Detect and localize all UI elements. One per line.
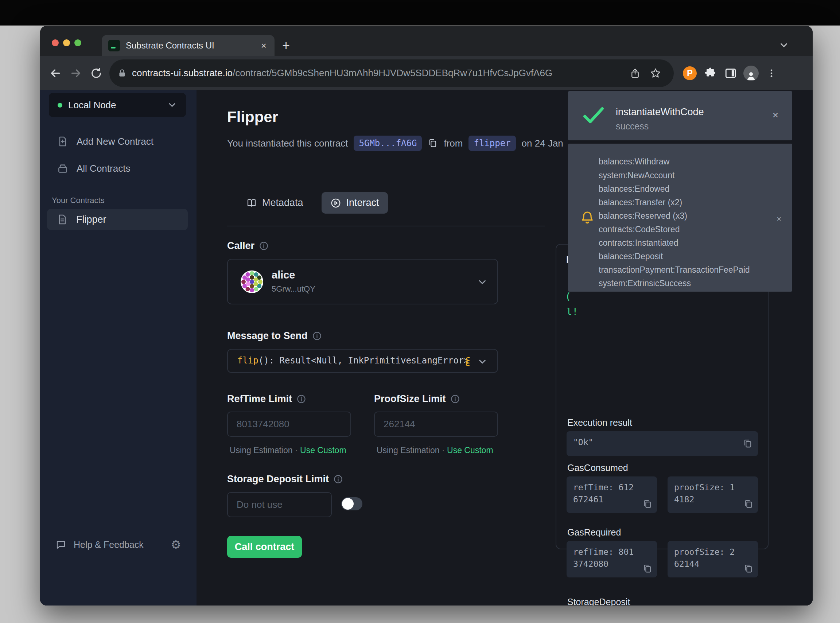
traffic-light-close[interactable] [52, 39, 59, 46]
gas-consumed-proofsize-box: proofSize: 14182 [668, 476, 758, 513]
copy-icon[interactable] [743, 439, 753, 449]
sidebar-footer: Help & Feedback ⚙ [49, 538, 188, 552]
reftime-estimation-line: Using Estimation · Use Custom [230, 445, 346, 455]
storage-deposit-result-label: StorageDeposit [567, 597, 630, 606]
back-button[interactable] [45, 63, 66, 83]
gas-required-proofsize: proofSize: 262144 [674, 547, 735, 569]
copy-icon[interactable] [743, 499, 754, 509]
copy-icon[interactable] [428, 138, 438, 148]
gas-required-reftime-box: refTime: 8013742080 [567, 541, 657, 577]
play-circle-icon [330, 198, 341, 209]
forward-button[interactable] [66, 63, 86, 83]
your-contracts-heading: Your Contracts [52, 196, 104, 205]
sidebar-item-label: All Contracts [77, 163, 130, 174]
use-custom-link[interactable]: Use Custom [447, 445, 493, 455]
profile-avatar[interactable] [741, 63, 761, 83]
reload-button[interactable] [86, 63, 106, 83]
storage-deposit-input[interactable] [227, 492, 332, 517]
browser-tab[interactable]: Substrate Contracts UI × [102, 35, 275, 56]
event-item: system:NewAccount [599, 170, 674, 180]
new-tab-button[interactable]: + [282, 40, 290, 51]
caller-name: alice [272, 269, 295, 281]
share-icon[interactable] [625, 63, 645, 83]
tab-interact[interactable]: Interact [322, 192, 388, 213]
event-item: system:ExtrinsicSuccess [599, 279, 691, 288]
events-notification: balances:Withdraw system:NewAccount bala… [568, 144, 792, 292]
copy-icon[interactable] [743, 563, 754, 574]
desktop-top-band [0, 0, 840, 26]
info-icon[interactable] [259, 241, 269, 251]
code-bundle-badge[interactable]: flipper [468, 136, 516, 151]
polkadot-extension-icon[interactable]: P [680, 63, 700, 83]
chevron-down-icon [477, 356, 488, 367]
main-content: Flipper You instantiated this contract 5… [197, 90, 813, 606]
message-label: Message to Send [227, 330, 308, 342]
info-icon[interactable] [312, 331, 322, 341]
event-item: transactionPayment:TransactionFeePaid [599, 265, 750, 275]
notification-close-icon[interactable]: × [772, 110, 779, 120]
tab-interact-label: Interact [346, 197, 379, 209]
chevron-down-icon [167, 100, 177, 110]
execution-result-label: Execution result [567, 417, 632, 428]
caller-label: Caller [227, 240, 255, 252]
alice-identicon [241, 270, 263, 293]
settings-gear-icon[interactable]: ⚙ [170, 538, 181, 552]
proofsize-input[interactable] [374, 411, 498, 437]
events-close-icon[interactable]: × [777, 215, 781, 223]
tab-metadata[interactable]: Metadata [237, 192, 312, 213]
caller-select[interactable]: alice 5Grw...utQY [227, 259, 498, 304]
mutates-icon [463, 356, 471, 367]
side-panel-icon[interactable] [720, 63, 741, 83]
reftime-input[interactable] [227, 411, 351, 437]
use-custom-link[interactable]: Use Custom [300, 445, 346, 455]
storage-deposit-toggle[interactable] [341, 497, 362, 510]
event-item: balances:Deposit [599, 252, 663, 261]
message-signature: flip(): Result<Null, InkPrimitivesLangEr… [237, 355, 469, 366]
browser-menu-icon[interactable] [761, 63, 782, 83]
proofsize-estimation-line: Using Estimation · Use Custom [376, 445, 493, 455]
browser-window: Substrate Contracts UI × + contracts-ui.… [40, 26, 813, 606]
event-item: balances:Endowed [599, 184, 670, 194]
notification-status: success [616, 121, 649, 132]
reftime-label-row: RefTime Limit [227, 393, 306, 405]
info-icon[interactable] [296, 394, 306, 404]
tab-close-icon[interactable]: × [260, 40, 268, 51]
gas-consumed-reftime-box: refTime: 612672461 [567, 476, 657, 513]
url-bar[interactable]: contracts-ui.substrate.io/contract/5GMb9… [109, 60, 674, 87]
message-select[interactable]: flip(): Result<Null, InkPrimitivesLangEr… [227, 349, 498, 373]
sidebar-item-add-new-contract[interactable]: Add New Contract [49, 131, 186, 152]
chevron-down-icon [477, 277, 488, 288]
reftime-label: RefTime Limit [227, 393, 292, 405]
file-plus-icon [57, 136, 69, 147]
node-selector-label: Local Node [68, 100, 161, 111]
chat-bubble-icon [55, 539, 66, 550]
info-icon[interactable] [450, 394, 460, 404]
using-estimation-text: Using Estimation [230, 445, 293, 455]
copy-icon[interactable] [642, 563, 653, 574]
document-icon [57, 213, 68, 225]
screen: Substrate Contracts UI × + contracts-ui.… [0, 0, 840, 623]
url-path: /contract/5GMb9cShenHU3mAhh9HJVDw5SDDEBq… [233, 68, 552, 78]
sidebar-item-all-contracts[interactable]: All Contracts [49, 158, 186, 179]
call-contract-button[interactable]: Call contract [227, 536, 302, 558]
event-item: balances:Transfer (x2) [599, 198, 682, 207]
traffic-light-zoom[interactable] [74, 39, 81, 46]
gas-required-label: GasRequired [567, 527, 621, 538]
traffic-light-minimize[interactable] [63, 39, 70, 46]
tab-search-chevron-icon[interactable] [779, 40, 789, 51]
proofsize-label-row: ProofSize Limit [374, 393, 460, 405]
copy-icon[interactable] [642, 499, 653, 509]
node-selector[interactable]: Local Node [49, 93, 186, 117]
app-root: Local Node Add New Contract All Contract… [40, 90, 813, 606]
lock-icon [117, 69, 127, 78]
extensions-puzzle-icon[interactable] [700, 63, 720, 83]
bookmark-star-icon[interactable] [645, 63, 666, 83]
date-text: on 24 Jan [522, 138, 563, 149]
help-feedback-link[interactable]: Help & Feedback [74, 540, 163, 550]
gas-consumed-label: GasConsumed [567, 463, 628, 473]
proofsize-input-wrap [374, 411, 498, 437]
info-icon[interactable] [333, 474, 343, 484]
sidebar-item-flipper[interactable]: Flipper [47, 209, 188, 230]
tab-favicon-icon [108, 40, 120, 51]
storage-label-row: Storage Deposit Limit [227, 474, 343, 485]
